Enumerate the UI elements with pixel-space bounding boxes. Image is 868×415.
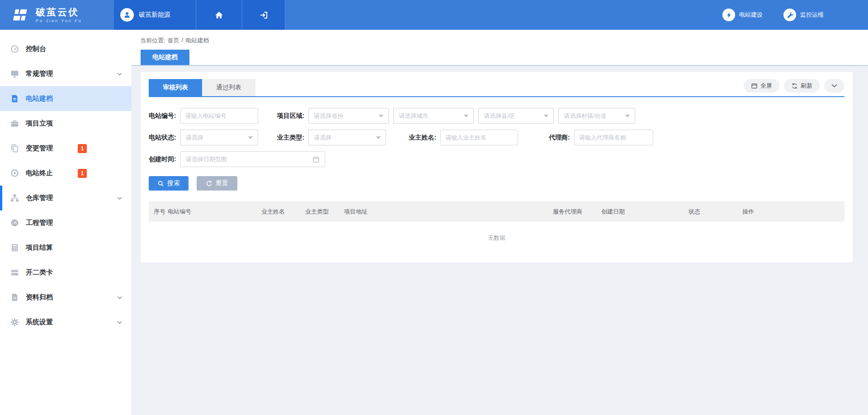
sidebar-item-system-settings[interactable]: 系统设置 (0, 310, 132, 335)
copy-icon (10, 144, 19, 153)
sidebar: 控制台 常规管理 电站建档 (0, 30, 132, 415)
station-status-select[interactable]: 请选择 (180, 130, 258, 145)
breadcrumb-separator: / (182, 37, 184, 45)
caret-down-icon (379, 115, 383, 117)
caret-down-icon (248, 136, 253, 139)
sidebar-item-label: 电站终止 (26, 169, 53, 177)
owner-type-label: 业主类型: (277, 134, 305, 142)
tab-review-list[interactable]: 审核列表 (149, 79, 202, 96)
search-label: 搜索 (167, 179, 180, 187)
station-no-label: 电站编号: (149, 112, 176, 120)
table-header-row: 序号 电站编号 业主姓名 业主类型 项目地址 服务代理商 创建日期 状态 操作 (149, 201, 844, 222)
collapse-button[interactable] (824, 79, 844, 93)
sidebar-item-general-mgmt[interactable]: 常规管理 (0, 61, 132, 86)
sidebar-item-station-termination[interactable]: 电站终止 1 (0, 161, 132, 186)
page-tab-station-archive[interactable]: 电站建档 (141, 50, 189, 65)
brand-subtitle: Po Jian Yun Fu (36, 19, 82, 23)
caret-down-icon (544, 115, 548, 117)
station-status-label: 电站状态: (149, 134, 176, 142)
module-label: 电站建设 (739, 11, 763, 19)
sidebar-item-console[interactable]: 控制台 (0, 37, 132, 61)
city-select[interactable]: 请选择城市 (393, 108, 474, 124)
caret-down-icon (464, 115, 468, 117)
refresh-button[interactable]: 刷新 (784, 79, 820, 93)
sidebar-item-label: 仓库管理 (26, 194, 53, 202)
lightning-icon (722, 9, 735, 21)
sidebar-item-label: 项目立项 (26, 119, 53, 128)
sidebar-item-type2-card[interactable]: 开二类卡 (0, 260, 132, 285)
filter-form: 电站编号: 项目区域: 请选择省份 请选择城市 (149, 97, 844, 167)
main-content: 当前位置: 首页 / 电站建档 电站建档 审核列表 通过列表 (132, 30, 868, 415)
notification-badge: 1 (78, 169, 87, 178)
empty-state: 无数据 (149, 222, 844, 262)
document-icon (10, 94, 19, 103)
filter-row-3: 创建时间: 请选择日期范围 (149, 151, 844, 167)
module-monitor-ops[interactable]: 监控运维 (783, 9, 824, 21)
brand-logo[interactable]: 破茧云伏 Po Jian Yun Fu (0, 0, 114, 30)
breadcrumb-home-link[interactable]: 首页 (168, 37, 179, 45)
meter-icon (10, 219, 19, 227)
caret-down-icon (625, 115, 630, 117)
avatar (120, 8, 134, 22)
breadcrumb-prefix: 当前位置: (140, 37, 165, 45)
sidebar-item-label: 工程管理 (26, 219, 53, 227)
column-header: 状态 (689, 208, 742, 216)
search-button[interactable]: 搜索 (149, 176, 189, 191)
owner-name-input[interactable] (440, 130, 518, 145)
sidebar-item-project-settlement[interactable]: 项目结算 (0, 235, 132, 260)
calendar-icon (312, 156, 320, 163)
list-panel: 审核列表 通过列表 全屏 (141, 72, 853, 262)
sidebar-item-label: 常规管理 (26, 70, 53, 78)
filter-owner-type: 业主类型: 请选择 (277, 130, 387, 145)
column-header: 电站编号 (168, 208, 261, 216)
sidebar-item-data-archive[interactable]: 资料归档 (0, 285, 132, 310)
column-header: 业主姓名 (261, 208, 305, 216)
card-icon (10, 268, 19, 277)
sidebar-item-label: 变更管理 (26, 144, 53, 153)
sidebar-item-warehouse-mgmt[interactable]: 仓库管理 (0, 186, 132, 210)
record-icon (10, 169, 19, 177)
reset-icon (206, 180, 212, 187)
sidebar-item-engineering-mgmt[interactable]: 工程管理 (0, 210, 132, 235)
owner-type-select[interactable]: 请选择 (308, 130, 386, 145)
calculator-icon (10, 243, 19, 252)
filter-row-1: 电站编号: 项目区域: 请选择省份 请选择城市 (149, 108, 844, 124)
date-range-picker[interactable]: 请选择日期范围 (180, 151, 325, 167)
filter-created-time: 创建时间: 请选择日期范围 (149, 151, 325, 167)
county-select[interactable]: 请选择县/区 (478, 108, 554, 124)
station-no-input[interactable] (180, 108, 258, 124)
sidebar-item-station-archive[interactable]: 电站建档 (0, 86, 132, 111)
filter-station-status: 电站状态: 请选择 (149, 130, 258, 145)
town-select[interactable]: 请选择村镇/街道 (558, 108, 635, 124)
top-nav: 破茧新能源 (114, 0, 285, 30)
filter-station-no: 电站编号: (149, 108, 258, 124)
reset-button[interactable]: 重置 (197, 176, 237, 191)
province-select[interactable]: 请选择省份 (308, 108, 389, 124)
sidebar-item-label: 系统设置 (26, 318, 53, 326)
home-button[interactable] (196, 0, 242, 30)
sidebar-item-change-mgmt[interactable]: 变更管理 1 (0, 136, 132, 161)
logout-button[interactable] (242, 0, 285, 30)
column-header: 项目地址 (344, 208, 553, 216)
column-header: 服务代理商 (553, 208, 601, 216)
header-modules: 电站建设 监控运维 (285, 0, 868, 30)
chevron-down-icon (117, 296, 122, 299)
filter-actions: 搜索 重置 (149, 176, 844, 191)
filter-row-2: 电站状态: 请选择 业主类型: 请选择 业主 (149, 130, 844, 145)
module-station-build[interactable]: 电站建设 (722, 9, 763, 21)
sidebar-item-project-initiation[interactable]: 项目立项 (0, 111, 132, 136)
filter-owner-name: 业主姓名: (409, 130, 518, 145)
home-icon (215, 11, 223, 19)
panel-header: 审核列表 通过列表 全屏 (149, 79, 844, 97)
refresh-label: 刷新 (801, 82, 812, 90)
agent-input[interactable] (574, 130, 653, 145)
tab-passed-list[interactable]: 通过列表 (202, 79, 255, 96)
fullscreen-button[interactable]: 全屏 (744, 79, 779, 93)
sidebar-item-label: 项目结算 (26, 243, 53, 252)
panel-tabs: 审核列表 通过列表 (149, 79, 255, 96)
company-name: 破茧新能源 (139, 11, 170, 19)
gear-icon (10, 318, 19, 326)
user-menu[interactable]: 破茧新能源 (114, 0, 196, 30)
caret-down-icon (376, 136, 381, 139)
sidebar-item-label: 开二类卡 (26, 268, 53, 277)
